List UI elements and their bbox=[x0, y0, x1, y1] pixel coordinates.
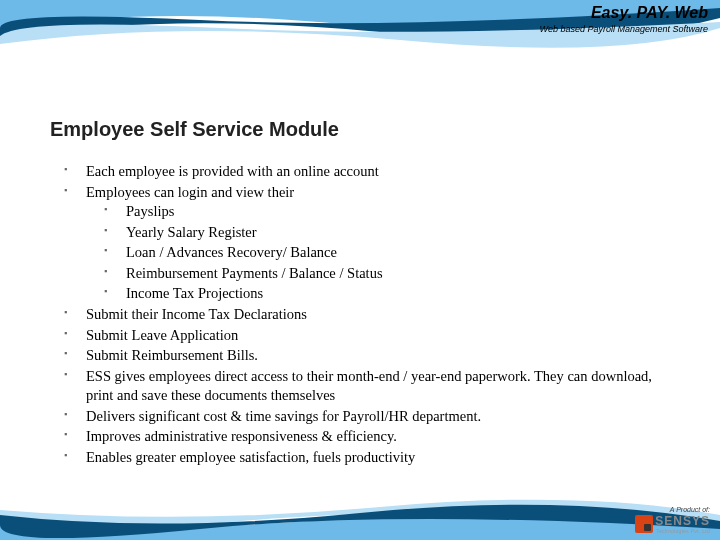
list-item: Income Tax Projections bbox=[104, 284, 664, 304]
company-name: SENSYS bbox=[655, 514, 710, 528]
bullet-content: Each employee is provided with an online… bbox=[64, 162, 664, 468]
product-tagline: Web based Payroll Management Software bbox=[540, 24, 708, 34]
footer-logo-block: A Product of: SENSYS Technologies Pvt. L… bbox=[635, 506, 710, 534]
list-item: ESS gives employees direct access to the… bbox=[64, 367, 664, 406]
list-item: Employees can login and view their Paysl… bbox=[64, 183, 664, 304]
list-item: Submit their Income Tax Declarations bbox=[64, 305, 664, 325]
product-name: Easy. PAY. Web bbox=[540, 4, 708, 22]
list-item: Payslips bbox=[104, 202, 664, 222]
section-title: Employee Self Service Module bbox=[50, 118, 339, 141]
sub-list: Payslips Yearly Salary Register Loan / A… bbox=[104, 202, 664, 304]
logo-icon bbox=[635, 515, 653, 533]
list-item: Enables greater employee satisfaction, f… bbox=[64, 448, 664, 468]
footer-label: A Product of: bbox=[635, 506, 710, 513]
list-item: Yearly Salary Register bbox=[104, 223, 664, 243]
list-item: Reimbursement Payments / Balance / Statu… bbox=[104, 264, 664, 284]
company-sub: Technologies Pvt. Ltd bbox=[655, 528, 710, 534]
list-item: Submit Reimbursement Bills. bbox=[64, 346, 664, 366]
header-block: Easy. PAY. Web Web based Payroll Managem… bbox=[540, 4, 708, 34]
list-item: Submit Leave Application bbox=[64, 326, 664, 346]
list-item: Each employee is provided with an online… bbox=[64, 162, 664, 182]
company-logo: SENSYS Technologies Pvt. Ltd bbox=[635, 514, 710, 534]
list-item: Improves administrative responsiveness &… bbox=[64, 427, 664, 447]
list-item: Delivers significant cost & time savings… bbox=[64, 407, 664, 427]
bullet-list: Each employee is provided with an online… bbox=[64, 162, 664, 467]
footer-wave-graphic bbox=[0, 485, 720, 540]
list-item: Loan / Advances Recovery/ Balance bbox=[104, 243, 664, 263]
